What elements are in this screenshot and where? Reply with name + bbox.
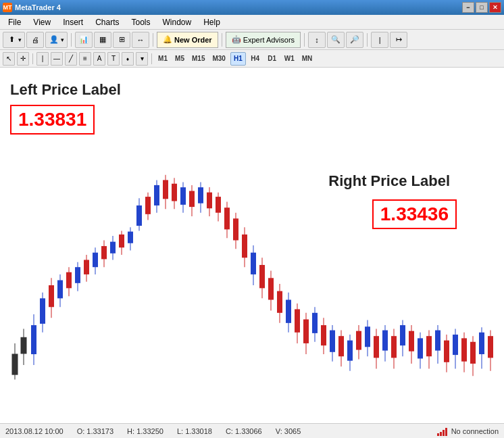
toolbar-scroll[interactable]: ↔: [132, 32, 149, 48]
tsep2: [151, 53, 152, 64]
svg-rect-96: [426, 336, 432, 356]
menu-tools[interactable]: Tools: [126, 16, 156, 28]
chart-area[interactable]: Left Price Label 1.33831 Right Price Lab…: [0, 68, 504, 423]
cursor-tool[interactable]: ↖: [3, 52, 15, 66]
arrow-tool[interactable]: ⬧: [122, 52, 134, 66]
toolbar-autoscroll[interactable]: ↦: [390, 32, 407, 48]
svg-rect-58: [259, 265, 265, 288]
new-order-button[interactable]: 🔔 New Order: [157, 32, 218, 48]
indicator-icon: ↕: [311, 34, 322, 45]
svg-rect-70: [312, 313, 318, 333]
maximize-button[interactable]: □: [476, 2, 488, 13]
app-title: MetaTrader 4: [15, 3, 61, 11]
menu-help[interactable]: Help: [198, 16, 226, 28]
new-order-icon: 🔔: [163, 35, 172, 44]
toolbar-profiles[interactable]: 👤 ▾: [45, 32, 68, 48]
zoom-minus-icon: 🔎: [349, 34, 360, 45]
scroll-icon: ↔: [135, 34, 146, 45]
svg-rect-104: [461, 338, 467, 361]
status-high: H: 1.33250: [127, 427, 163, 435]
toolbar-zoom-mag[interactable]: 🔍: [327, 32, 345, 48]
menu-bar: File View Insert Charts Tools Window Hel…: [0, 15, 504, 30]
profiles-icon: 👤: [49, 34, 59, 45]
connection-status: No connection: [437, 427, 499, 436]
svg-rect-48: [216, 197, 221, 213]
tf-h4[interactable]: H4: [248, 52, 263, 66]
label-tool[interactable]: T: [107, 52, 120, 66]
svg-rect-30: [136, 205, 142, 226]
separator1: [71, 33, 72, 47]
toolbar-zoom-in[interactable]: ▦: [94, 32, 111, 48]
toolbar-chart-type[interactable]: 📊: [75, 32, 93, 48]
svg-rect-84: [374, 336, 379, 358]
svg-rect-46: [207, 193, 212, 209]
text-tool[interactable]: A: [93, 52, 105, 66]
svg-rect-54: [242, 235, 247, 258]
close-button[interactable]: ✕: [489, 2, 501, 13]
zoom-out-icon: ⊞: [116, 34, 127, 45]
menu-charts[interactable]: Charts: [90, 16, 124, 28]
svg-rect-72: [321, 325, 326, 345]
tf-h1[interactable]: H1: [230, 52, 246, 66]
toolbar-indicators[interactable]: ↕: [308, 32, 326, 48]
title-controls: − □ ✕: [462, 2, 501, 13]
print-icon: 🖨: [30, 34, 41, 45]
svg-rect-90: [400, 325, 405, 345]
svg-rect-42: [189, 191, 195, 207]
svg-rect-50: [224, 208, 230, 229]
svg-rect-34: [154, 185, 159, 205]
separator5: [367, 33, 368, 47]
svg-rect-74: [330, 331, 335, 352]
hline-tool[interactable]: —: [51, 52, 63, 66]
status-volume: V: 3065: [276, 427, 301, 435]
menu-view[interactable]: View: [28, 16, 56, 28]
tf-m30[interactable]: M30: [209, 52, 228, 66]
svg-rect-56: [251, 253, 256, 274]
status-close: C: 1.33066: [226, 427, 262, 435]
status-open: O: 1.33173: [77, 427, 114, 435]
svg-rect-94: [418, 338, 423, 358]
crosshair-tool[interactable]: ✛: [17, 52, 29, 66]
svg-rect-40: [180, 187, 186, 205]
separator4: [304, 33, 305, 47]
status-datetime: 2013.08.12 10:00: [5, 427, 64, 435]
svg-rect-62: [277, 291, 282, 313]
toolbar-arrow[interactable]: ⬆ ▾: [3, 32, 25, 48]
line-tool[interactable]: |: [36, 52, 49, 66]
svg-rect-52: [233, 218, 238, 240]
svg-rect-68: [303, 319, 309, 343]
menu-insert[interactable]: Insert: [57, 16, 89, 28]
period-icon: |: [374, 34, 385, 45]
tf-m5[interactable]: M5: [172, 52, 187, 66]
svg-rect-108: [479, 333, 484, 354]
arrow-icon: ⬆: [6, 34, 17, 45]
tf-m1[interactable]: M1: [155, 52, 170, 66]
expert-icon: 🤖: [232, 35, 241, 44]
tf-d1[interactable]: D1: [265, 52, 280, 66]
expert-advisors-button[interactable]: 🤖 Expert Advisors: [226, 32, 301, 48]
toolbar-zoom-out[interactable]: ⊞: [113, 32, 130, 48]
svg-rect-92: [409, 331, 414, 351]
svg-rect-14: [66, 272, 72, 289]
more-tools[interactable]: ▾: [136, 52, 148, 66]
tf-w1[interactable]: W1: [282, 52, 297, 66]
menu-window[interactable]: Window: [157, 16, 197, 28]
svg-rect-26: [119, 235, 124, 247]
toolbar: ⬆ ▾ 🖨 👤 ▾ 📊 ▦ ⊞ ↔ 🔔 New Order 🤖 Expert A…: [0, 30, 504, 50]
toolbar-print[interactable]: 🖨: [26, 32, 44, 48]
svg-rect-10: [49, 285, 54, 307]
svg-rect-2: [12, 354, 18, 374]
autoscroll-icon: ↦: [393, 34, 404, 45]
minimize-button[interactable]: −: [462, 2, 474, 13]
svg-rect-60: [268, 278, 274, 299]
svg-rect-24: [110, 242, 116, 253]
toolbar-period[interactable]: |: [371, 32, 388, 48]
channel-tool[interactable]: ≡: [79, 52, 91, 66]
menu-file[interactable]: File: [3, 16, 26, 28]
svg-rect-102: [453, 335, 458, 355]
no-connection-label: No connection: [451, 427, 499, 435]
tf-mn[interactable]: MN: [299, 52, 316, 66]
tf-m15[interactable]: M15: [189, 52, 207, 66]
trendline-tool[interactable]: ╱: [65, 52, 77, 66]
toolbar-zoom-minus[interactable]: 🔎: [346, 32, 363, 48]
